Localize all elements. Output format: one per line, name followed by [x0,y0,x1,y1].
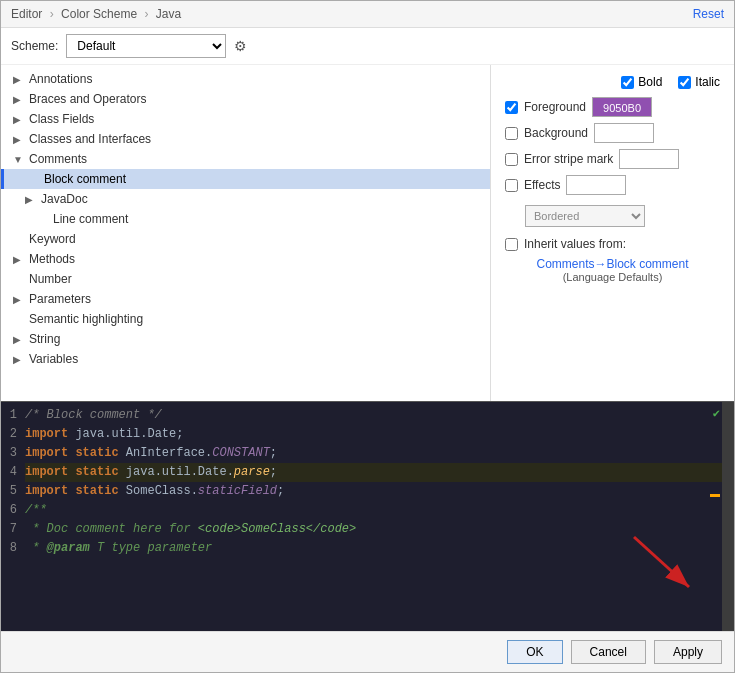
inherit-link[interactable]: Comments→Block comment [505,257,720,271]
foreground-hex: 9050B0 [603,102,641,114]
tree-item-variables[interactable]: ▶ Variables [1,349,490,369]
foreground-label: Foreground [524,100,586,114]
code-line: /** [25,501,734,520]
arrow-icon: ▶ [13,114,25,125]
line-numbers: 1 2 3 4 5 6 7 8 [1,406,25,558]
inherit-checkbox[interactable] [505,238,518,251]
bold-label: Bold [621,75,662,89]
code-line: /* Block comment */ [25,406,734,425]
error-stripe-label: Error stripe mark [524,152,613,166]
title-bar: Editor › Color Scheme › Java Reset [1,1,734,28]
tree-item-number[interactable]: Number [1,269,490,289]
breadcrumb-sep1: › [50,7,54,21]
reset-button[interactable]: Reset [693,7,724,21]
tree-item-label: Keyword [29,232,76,246]
effects-type-select[interactable]: Bordered [525,205,645,227]
arrow-icon: ▶ [13,354,25,365]
background-label: Background [524,126,588,140]
breadcrumb: Editor › Color Scheme › Java [11,7,181,21]
tree-item-label: Number [29,272,72,286]
green-tick-icon: ✔ [713,406,720,421]
foreground-row: Foreground 9050B0 [505,97,720,117]
tree-item-label: JavaDoc [41,192,88,206]
scheme-label: Scheme: [11,39,58,53]
effects-color-swatch[interactable] [566,175,626,195]
code-line: import static AnInterface.CONSTANT; [25,444,734,463]
tree-item-classesinterfaces[interactable]: ▶ Classes and Interfaces [1,129,490,149]
tree-item-label: Braces and Operators [29,92,146,106]
tree-item-classfields[interactable]: ▶ Class Fields [1,109,490,129]
tree-item-string[interactable]: ▶ String [1,329,490,349]
inherit-sub: (Language Defaults) [505,271,720,283]
tree-item-keyword[interactable]: Keyword [1,229,490,249]
scheme-row: Scheme: Default ⚙ [1,28,734,65]
background-checkbox[interactable] [505,127,518,140]
code-lines: 1 2 3 4 5 6 7 8 /* Block comment */ impo… [1,402,734,562]
tree-item-label: Variables [29,352,78,366]
ok-button[interactable]: OK [507,640,562,664]
tree-item-label: Semantic highlighting [29,312,143,326]
bold-checkbox[interactable] [621,76,634,89]
code-line: * @param T type parameter [25,539,734,558]
breadcrumb-editor: Editor [11,7,42,21]
tree-item-methods[interactable]: ▶ Methods [1,249,490,269]
inherit-row: Inherit values from: [505,237,720,251]
button-bar: OK Cancel Apply [1,631,734,672]
orange-marker [710,494,720,497]
error-stripe-row: Error stripe mark [505,149,720,169]
foreground-checkbox[interactable] [505,101,518,114]
effects-checkbox[interactable] [505,179,518,192]
scheme-select[interactable]: Default [66,34,226,58]
tree-panel: ▶ Annotations ▶ Braces and Operators ▶ C… [1,65,491,401]
breadcrumb-java: Java [156,7,181,21]
tree-item-linecomment[interactable]: Line comment [1,209,490,229]
inherit-label: Inherit values from: [524,237,626,251]
arrow-icon: ▶ [13,134,25,145]
breadcrumb-colorscheme: Color Scheme [61,7,137,21]
error-stripe-color-swatch[interactable] [619,149,679,169]
tree-item-label: String [29,332,60,346]
foreground-color-swatch[interactable]: 9050B0 [592,97,652,117]
gear-icon: ⚙ [234,38,247,54]
main-area: ▶ Annotations ▶ Braces and Operators ▶ C… [1,65,734,401]
arrow-icon: ▶ [13,74,25,85]
code-scrollbar[interactable] [722,402,734,631]
tree-item-comments[interactable]: ▼ Comments [1,149,490,169]
italic-checkbox[interactable] [678,76,691,89]
tree-item-label: Annotations [29,72,92,86]
code-line: import static SomeClass.staticField; [25,482,734,501]
tree-item-label: Comments [29,152,87,166]
italic-label: Italic [678,75,720,89]
tree-item-label: Methods [29,252,75,266]
error-stripe-checkbox[interactable] [505,153,518,166]
tree-item-label: Parameters [29,292,91,306]
tree-item-parameters[interactable]: ▶ Parameters [1,289,490,309]
code-preview: ✔ 1 2 3 4 5 6 7 8 /* Block comment */ im… [1,401,734,631]
arrow-icon: ▶ [13,94,25,105]
tree-item-label: Classes and Interfaces [29,132,151,146]
code-content: /* Block comment */ import java.util.Dat… [25,406,734,558]
background-color-swatch[interactable] [594,123,654,143]
tree-item-braces[interactable]: ▶ Braces and Operators [1,89,490,109]
effects-label: Effects [524,178,560,192]
tree-item-semantic[interactable]: Semantic highlighting [1,309,490,329]
effects-row: Effects [505,175,720,195]
tree-item-blockcomment[interactable]: Block comment [1,169,490,189]
bold-italic-row: Bold Italic [505,75,720,89]
code-line: import static java.util.Date.parse; [25,463,734,482]
tree-item-label: Line comment [53,212,128,226]
tree-item-annotations[interactable]: ▶ Annotations [1,69,490,89]
gear-button[interactable]: ⚙ [234,38,247,54]
options-panel: Bold Italic Foreground 9050B0 Background [491,65,734,401]
arrow-icon: ▶ [13,254,25,265]
background-row: Background [505,123,720,143]
arrow-icon: ▼ [13,154,25,165]
arrow-icon: ▶ [13,334,25,345]
apply-button[interactable]: Apply [654,640,722,664]
tree-item-javadoc[interactable]: ▶ JavaDoc [1,189,490,209]
code-line: import java.util.Date; [25,425,734,444]
breadcrumb-sep2: › [144,7,148,21]
cancel-button[interactable]: Cancel [571,640,646,664]
dialog: Editor › Color Scheme › Java Reset Schem… [0,0,735,673]
arrow-icon: ▶ [13,294,25,305]
